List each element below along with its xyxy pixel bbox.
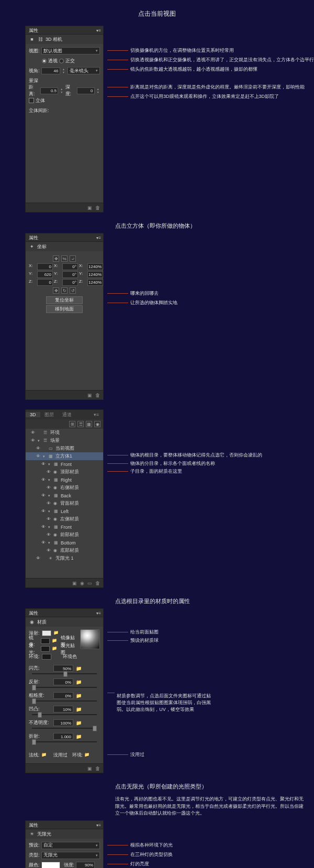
specular-swatch[interactable] xyxy=(41,638,50,644)
filter-icon[interactable]: ▦ xyxy=(86,421,92,427)
footer-icon[interactable]: ◉ xyxy=(80,581,84,586)
eye-icon[interactable]: 👁 xyxy=(41,462,47,467)
eye-icon[interactable]: 👁 xyxy=(31,438,36,443)
stereo-checkbox[interactable] xyxy=(29,98,34,103)
folder-icon[interactable]: 📁 xyxy=(76,720,83,726)
pos-z-input[interactable]: 0 xyxy=(37,279,53,286)
trash-icon[interactable]: 🗑 xyxy=(95,581,100,586)
tree-back-mat[interactable]: 👁◉背面材质 xyxy=(26,499,103,507)
distance-spinner[interactable]: ▲▼ xyxy=(60,87,63,94)
filter-icon[interactable]: ◉ xyxy=(94,421,100,427)
tree-front2[interactable]: 👁▾▦Front xyxy=(26,523,103,531)
folder-icon[interactable]: 📁 xyxy=(52,646,59,652)
folder-icon[interactable]: 📁 xyxy=(76,693,83,698)
folder-icon[interactable]: 📁 xyxy=(41,752,49,758)
folder-icon[interactable]: 📁 xyxy=(52,638,59,644)
ambient-swatch[interactable] xyxy=(42,654,51,660)
folder-icon[interactable]: 📁 xyxy=(53,630,61,636)
eye-icon[interactable]: 👁 xyxy=(31,430,36,436)
shine-slider[interactable] xyxy=(32,673,97,674)
diffuse-swatch[interactable] xyxy=(42,630,51,636)
scale-x-input[interactable]: 1240% xyxy=(87,263,103,270)
refract-input[interactable]: 1.000 xyxy=(53,733,73,740)
move-ground-button[interactable]: 移到地面 xyxy=(46,305,83,313)
eye-icon[interactable]: 👁 xyxy=(47,485,52,491)
footer-icon[interactable]: ▣ xyxy=(87,393,92,398)
radio-orthographic[interactable] xyxy=(59,59,64,63)
scale-z-input[interactable]: 1240% xyxy=(87,279,103,286)
fov-unit-select[interactable]: 毫米镜头▾ xyxy=(68,67,100,74)
light-preset-select[interactable]: 自定▾ xyxy=(41,842,100,849)
rough-input[interactable]: 0% xyxy=(53,692,73,699)
bump-slider[interactable] xyxy=(32,714,97,715)
tree-curview[interactable]: 👁▭当前视图 xyxy=(26,444,103,452)
eye-icon[interactable]: 👁 xyxy=(36,446,41,451)
scale-y-input[interactable]: 1240% xyxy=(87,271,103,278)
fov-input[interactable]: 46 xyxy=(41,68,60,74)
tree-front[interactable]: 👁▾▦Front xyxy=(26,460,103,468)
material-preview-sphere[interactable] xyxy=(80,629,100,649)
tree-bottom-mat[interactable]: 👁◉底部材质 xyxy=(26,547,103,554)
tree-left[interactable]: 👁▾▦Left xyxy=(26,507,103,515)
eye-icon[interactable]: 👁 xyxy=(47,501,52,506)
filter-icon[interactable]: ⊞ xyxy=(69,421,75,427)
depth-spinner[interactable]: ▲▼ xyxy=(96,87,100,94)
eye-icon[interactable]: 👁 xyxy=(41,493,47,498)
expand-icon[interactable]: ▾ xyxy=(48,541,52,545)
rough-slider[interactable] xyxy=(32,700,97,702)
rotate-icon[interactable]: ⤾ xyxy=(70,255,76,262)
pos-x-input[interactable]: 0 xyxy=(37,263,53,270)
panel-menu-icon[interactable]: ▾≡ xyxy=(96,821,101,830)
eye-icon[interactable]: 👁 xyxy=(41,540,47,546)
radio-perspective[interactable] xyxy=(42,59,47,63)
refract-slider[interactable] xyxy=(32,741,97,742)
intensity-input[interactable]: 90% xyxy=(76,862,95,868)
rot-x-input[interactable]: 0° xyxy=(62,263,78,270)
tree-bottom[interactable]: 👁▾▦Bottom xyxy=(26,539,103,547)
tab-layers[interactable]: 图层 xyxy=(40,411,58,418)
trash-icon[interactable]: 🗑 xyxy=(95,205,100,210)
filter-icon[interactable]: ☰ xyxy=(77,421,84,427)
move-icon[interactable]: ✥ xyxy=(53,255,59,262)
distance-input[interactable]: 0.5 xyxy=(40,87,58,94)
rot-z-input[interactable]: 0° xyxy=(62,279,78,286)
folder-icon[interactable]: 📁 xyxy=(76,734,83,739)
eye-icon[interactable]: 👁 xyxy=(47,517,52,522)
tool-icon[interactable]: ↻ xyxy=(61,287,68,294)
expand-icon[interactable]: ▾ xyxy=(48,509,52,514)
trash-icon[interactable]: 🗑 xyxy=(95,393,100,398)
panel-menu-icon[interactable]: ▾≡ xyxy=(89,412,103,417)
expand-icon[interactable]: ▾ xyxy=(38,439,42,443)
tree-right-mat[interactable]: 👁◉右侧材质 xyxy=(26,484,103,492)
tree-front-mat[interactable]: 👁◉前部材质 xyxy=(26,531,103,539)
tool-icon[interactable]: ✥ xyxy=(53,287,59,294)
footer-icon[interactable]: ▣ xyxy=(87,205,92,210)
depth-input[interactable]: 0 xyxy=(77,87,95,94)
rot-y-input[interactable]: 0° xyxy=(62,271,78,278)
folder-icon[interactable]: 📁 xyxy=(76,666,83,671)
scale-icon[interactable]: % xyxy=(61,255,68,262)
panel-menu-icon[interactable]: ▾≡ xyxy=(96,27,101,35)
tree-scene[interactable]: 👁▾☰场景 xyxy=(26,437,103,444)
eye-icon[interactable]: 👁 xyxy=(36,556,41,561)
tree-cube[interactable]: 👁▾▦立方体1 xyxy=(26,452,103,460)
eye-icon[interactable]: 👁 xyxy=(47,532,52,538)
tree-back[interactable]: 👁▾▦Back xyxy=(26,492,103,499)
tree-left-mat[interactable]: 👁◉左侧材质 xyxy=(26,515,103,523)
view-select[interactable]: 默认视图▾ xyxy=(41,47,100,54)
footer-icon[interactable]: ▣ xyxy=(87,766,92,771)
folder-icon[interactable]: 📁 xyxy=(76,707,83,712)
eye-icon[interactable]: 👁 xyxy=(47,470,52,475)
eye-icon[interactable]: 👁 xyxy=(41,509,47,514)
opacity-slider[interactable] xyxy=(32,728,97,729)
footer-icon[interactable]: ▣ xyxy=(72,581,77,586)
glow-swatch[interactable] xyxy=(41,646,50,652)
footer-icon[interactable]: ▭ xyxy=(87,581,92,586)
opacity-input[interactable]: 100% xyxy=(53,719,73,726)
folder-icon[interactable]: 📁 xyxy=(76,680,83,685)
reflect-slider[interactable] xyxy=(32,687,97,688)
panel-menu-icon[interactable]: ▾≡ xyxy=(96,234,101,242)
bump-input[interactable]: 10% xyxy=(53,706,73,713)
tab-3d[interactable]: 3D xyxy=(26,412,40,417)
reflect-input[interactable]: 0% xyxy=(53,678,73,685)
